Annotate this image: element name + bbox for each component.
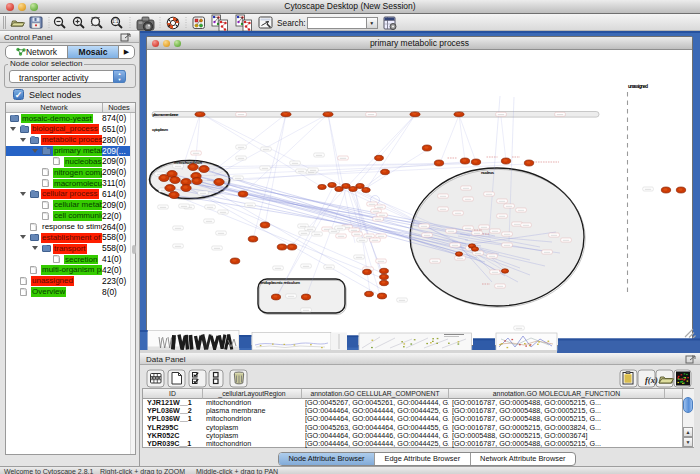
- svg-text:f(x): f(x): [645, 375, 658, 385]
- svg-text:plasma membrane: plasma membrane: [153, 112, 180, 117]
- svg-text:unassigned: unassigned: [628, 83, 648, 89]
- svg-text:cytoplasm: cytoplasm: [152, 127, 168, 132]
- svg-text:endoplasmic reticulum: endoplasmic reticulum: [260, 280, 300, 285]
- svg-text:1:1: 1:1: [112, 19, 119, 24]
- svg-text:nucleus: nucleus: [481, 170, 495, 175]
- svg-text:mitochondrion: mitochondrion: [174, 160, 202, 165]
